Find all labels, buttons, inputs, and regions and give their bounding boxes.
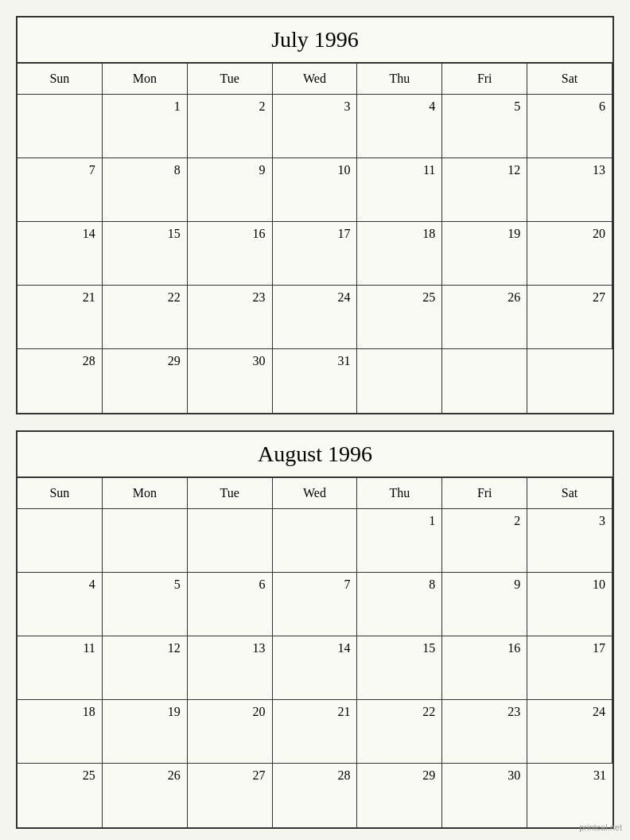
- day-cell: 15: [357, 636, 442, 700]
- calendar-july-1996: July 1996SunMonTueWedThuFriSat1234567891…: [16, 16, 614, 414]
- day-cell: 22: [357, 700, 442, 764]
- day-header-fri: Fri: [442, 478, 527, 509]
- day-cell: 6: [527, 95, 612, 158]
- day-cell: 30: [442, 764, 527, 827]
- day-cell: 5: [103, 573, 188, 636]
- day-cell: 22: [103, 286, 188, 349]
- watermark: printcal.net: [579, 822, 622, 832]
- day-cell: [357, 349, 442, 413]
- day-header-mon: Mon: [103, 64, 188, 95]
- day-cell: 26: [442, 286, 527, 349]
- day-cell: [273, 509, 358, 573]
- day-header-thu: Thu: [357, 478, 442, 509]
- day-cell: 14: [273, 636, 358, 700]
- day-cell: 15: [103, 222, 188, 286]
- day-cell: 23: [188, 286, 273, 349]
- day-header-wed: Wed: [273, 64, 358, 95]
- day-cell: 21: [273, 700, 358, 764]
- day-cell: [188, 509, 273, 573]
- calendar-august-1996: August 1996SunMonTueWedThuFriSat12345678…: [16, 430, 614, 829]
- day-header-fri: Fri: [442, 64, 527, 95]
- day-cell: 28: [273, 764, 358, 827]
- day-cell: 6: [188, 573, 273, 636]
- day-cell: 7: [273, 573, 358, 636]
- day-cell: 10: [527, 573, 612, 636]
- day-cell: 31: [527, 764, 612, 827]
- calendar-title-july-1996: July 1996: [18, 18, 612, 64]
- day-cell: [442, 349, 527, 413]
- day-cell: 1: [357, 509, 442, 573]
- day-cell: 7: [18, 158, 103, 222]
- day-cell: 19: [103, 700, 188, 764]
- day-cell: 29: [357, 764, 442, 827]
- day-cell: 17: [273, 222, 358, 286]
- day-cell: 12: [442, 158, 527, 222]
- day-cell: 24: [527, 700, 612, 764]
- day-cell: 19: [442, 222, 527, 286]
- day-header-sat: Sat: [527, 64, 612, 95]
- day-cell: 18: [357, 222, 442, 286]
- day-cell: 29: [103, 349, 188, 413]
- day-cell: 27: [188, 764, 273, 827]
- day-header-sun: Sun: [18, 64, 103, 95]
- day-cell: 21: [18, 286, 103, 349]
- day-cell: 11: [357, 158, 442, 222]
- day-cell: 8: [357, 573, 442, 636]
- day-cell: 5: [442, 95, 527, 158]
- day-cell: 10: [273, 158, 358, 222]
- day-cell: [18, 509, 103, 573]
- day-cell: 23: [442, 700, 527, 764]
- calendar-title-august-1996: August 1996: [18, 432, 612, 478]
- day-cell: 2: [188, 95, 273, 158]
- day-cell: 18: [18, 700, 103, 764]
- day-cell: 4: [357, 95, 442, 158]
- day-cell: 3: [273, 95, 358, 158]
- day-cell: 12: [103, 636, 188, 700]
- day-cell: 13: [188, 636, 273, 700]
- day-cell: 17: [527, 636, 612, 700]
- day-cell: 20: [188, 700, 273, 764]
- day-cell: 9: [188, 158, 273, 222]
- day-cell: 30: [188, 349, 273, 413]
- day-cell: [18, 95, 103, 158]
- day-header-tue: Tue: [188, 478, 273, 509]
- day-cell: 25: [18, 764, 103, 827]
- day-cell: 2: [442, 509, 527, 573]
- day-cell: 3: [527, 509, 612, 573]
- day-cell: 24: [273, 286, 358, 349]
- day-header-wed: Wed: [273, 478, 358, 509]
- day-cell: 8: [103, 158, 188, 222]
- day-cell: 16: [442, 636, 527, 700]
- day-header-thu: Thu: [357, 64, 442, 95]
- day-header-sat: Sat: [527, 478, 612, 509]
- day-cell: 11: [18, 636, 103, 700]
- day-cell: 16: [188, 222, 273, 286]
- day-cell: 9: [442, 573, 527, 636]
- day-cell: 1: [103, 95, 188, 158]
- day-cell: 13: [527, 158, 612, 222]
- day-cell: 27: [527, 286, 612, 349]
- day-cell: 26: [103, 764, 188, 827]
- day-cell: 20: [527, 222, 612, 286]
- day-cell: [527, 349, 612, 413]
- day-header-sun: Sun: [18, 478, 103, 509]
- day-cell: 31: [273, 349, 358, 413]
- day-cell: [103, 509, 188, 573]
- day-header-mon: Mon: [103, 478, 188, 509]
- day-header-tue: Tue: [188, 64, 273, 95]
- day-cell: 14: [18, 222, 103, 286]
- day-cell: 4: [18, 573, 103, 636]
- day-cell: 25: [357, 286, 442, 349]
- day-cell: 28: [18, 349, 103, 413]
